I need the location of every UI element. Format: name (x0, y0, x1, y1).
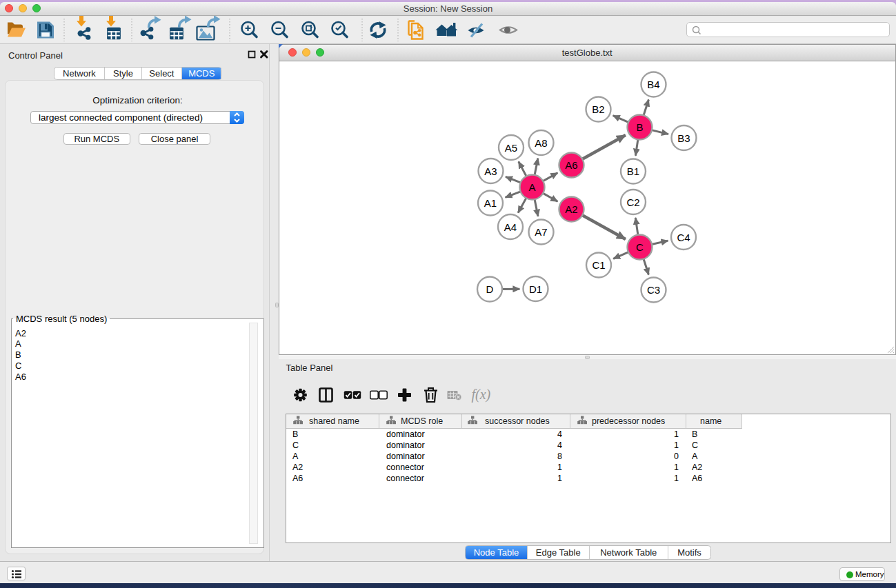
svg-text:A8: A8 (535, 136, 547, 148)
svg-text:D: D (486, 283, 494, 295)
svg-text:A: A (528, 181, 535, 193)
svg-text:B1: B1 (627, 165, 639, 177)
svg-text:A7: A7 (535, 226, 547, 238)
svg-text:A4: A4 (504, 221, 517, 232)
svg-text:C1: C1 (592, 259, 605, 271)
svg-text:A2: A2 (565, 203, 577, 215)
svg-text:B2: B2 (592, 103, 604, 115)
svg-text:A1: A1 (484, 197, 497, 209)
svg-text:B3: B3 (677, 132, 690, 143)
svg-text:D1: D1 (529, 283, 542, 294)
svg-text:A3: A3 (484, 165, 497, 176)
svg-text:C: C (636, 241, 644, 253)
svg-text:A5: A5 (505, 141, 517, 153)
svg-text:B4: B4 (647, 79, 659, 90)
svg-text:C4: C4 (677, 231, 690, 243)
svg-text:f(x): f(x) (471, 387, 490, 403)
svg-text:A6: A6 (565, 159, 577, 171)
svg-text:C3: C3 (647, 284, 660, 296)
svg-text:C2: C2 (626, 196, 639, 207)
svg-text:B: B (636, 121, 643, 133)
